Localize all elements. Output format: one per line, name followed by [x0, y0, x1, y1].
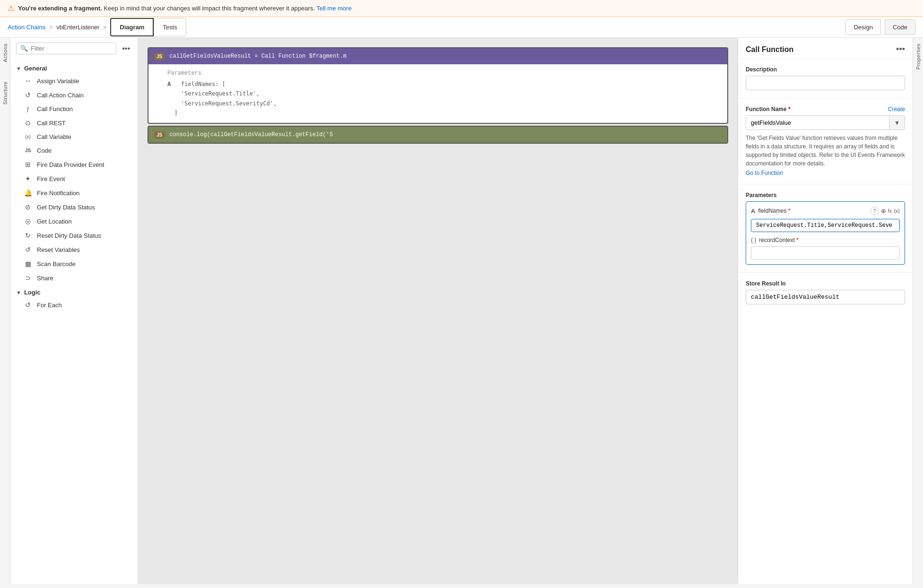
parameters-label: Parameters: [746, 192, 905, 199]
action-item-fire-notification[interactable]: 🔔 Fire Notification: [10, 186, 138, 200]
help-button[interactable]: ?: [871, 207, 879, 215]
param-recordcontext-row: { } recordContext *: [751, 237, 900, 243]
action-item-code[interactable]: JS Code: [10, 144, 138, 157]
breadcrumb-sep1: >: [49, 24, 52, 31]
fire-notification-icon: 🔔: [24, 189, 32, 197]
store-result-input[interactable]: [746, 290, 905, 304]
parameters-section: Parameters A fieldNames * ? ⊕ fx (x): [738, 185, 913, 271]
code-block-2-header: JS console.log(callGetFieldsValueResult.…: [148, 127, 727, 143]
function-name-label: Function Name * Create: [746, 106, 905, 112]
tab-tests[interactable]: Tests: [154, 18, 186, 36]
action-label: Scan Barcode: [37, 260, 76, 268]
description-input[interactable]: [746, 76, 905, 90]
action-item-reset-variables[interactable]: ↺ Reset Variables: [10, 242, 138, 257]
call-function-icon: ƒ: [24, 106, 32, 112]
warning-icon: ⚠: [8, 4, 14, 13]
description-label: Description: [746, 66, 905, 73]
action-label: Fire Notification: [37, 190, 79, 197]
panel-title: Call Function: [746, 45, 793, 54]
code-block-1[interactable]: JS callGetFieldsValueResult = Call Funct…: [148, 47, 728, 124]
fieldnames-input[interactable]: [751, 219, 900, 232]
action-item-reset-dirty[interactable]: ↻ Reset Dirty Data Status: [10, 228, 138, 242]
action-label: Reset Variables: [37, 246, 80, 253]
action-item-assign-variable[interactable]: ↔ Assign Variable: [10, 74, 138, 88]
action-label: Call Function: [37, 105, 73, 112]
code-line-2: console.log(callGetFieldsValueResult.get…: [169, 130, 333, 139]
code-block-2[interactable]: JS console.log(callGetFieldsValueResult.…: [148, 126, 728, 144]
code-line-1: callGetFieldsValueResult = Call Function…: [169, 52, 346, 61]
store-result-label: Store Result In: [746, 280, 905, 287]
go-to-function-link[interactable]: Go to Function: [746, 170, 905, 176]
general-label: General: [24, 65, 47, 72]
general-section-header[interactable]: ▼ General: [10, 61, 138, 74]
fire-event-icon: ✦: [24, 175, 32, 182]
create-link[interactable]: Create: [888, 106, 905, 112]
fieldnames-type-icon: A: [751, 208, 755, 215]
right-panel-header: Call Function •••: [738, 38, 913, 60]
action-label: Call Action Chain: [37, 92, 84, 99]
action-label: Code: [37, 147, 52, 154]
action-label: Call REST: [37, 120, 66, 127]
code-icon: JS: [24, 148, 32, 153]
action-label: Share: [37, 275, 53, 282]
header-nav: Action Chains > vbEnterListener > Diagra…: [0, 17, 923, 38]
action-label: Get Location: [37, 218, 72, 225]
action-item-for-each[interactable]: ↺ For Each: [10, 298, 138, 312]
action-item-fire-data-provider[interactable]: ⊞ Fire Data Provider Event: [10, 157, 138, 172]
panel-more-button[interactable]: •••: [896, 44, 905, 54]
param-fieldnames-row: A fieldNames * ? ⊕ fx (x): [751, 207, 900, 215]
fire-data-provider-icon: ⊞: [24, 161, 32, 168]
breadcrumb-sep2: >: [103, 24, 106, 31]
function-description: The 'Get Fields Value' function retrieve…: [746, 134, 905, 168]
reset-dirty-icon: ↻: [24, 232, 32, 239]
tell-me-more-link[interactable]: Tell me more: [316, 5, 351, 12]
action-label: Fire Event: [37, 175, 65, 182]
action-item-call-action-chain[interactable]: ↺ Call Action Chain: [10, 88, 138, 102]
params-label: Parameters: [167, 69, 722, 78]
scan-barcode-icon: ▦: [24, 260, 32, 268]
action-item-share[interactable]: ⊃ Share: [10, 271, 138, 285]
logic-section-header[interactable]: ▼ Logic: [10, 285, 138, 298]
params-box: A fieldNames * ? ⊕ fx (x) { }: [746, 201, 905, 265]
structure-label: Structure: [2, 81, 8, 104]
actions-label: Actions: [2, 43, 8, 62]
action-item-call-rest[interactable]: ⊙ Call REST: [10, 116, 138, 130]
function-name-input[interactable]: [746, 116, 889, 130]
share-icon: ⊃: [24, 274, 32, 282]
design-button[interactable]: Design: [845, 19, 880, 35]
param-a-icon: A: [167, 81, 171, 88]
action-item-get-location[interactable]: ◎ Get Location: [10, 214, 138, 228]
action-item-get-dirty[interactable]: ⊘ Get Dirty Data Status: [10, 200, 138, 214]
globe-button[interactable]: ⊕: [881, 208, 886, 215]
action-item-call-variable[interactable]: (x) Call Variable: [10, 130, 138, 144]
fieldnames-label: fieldNames *: [758, 208, 867, 214]
search-box[interactable]: 🔍: [16, 43, 116, 54]
code-params-1: Parameters A fieldNames: [ 'ServiceReque…: [148, 64, 727, 123]
right-panel: Call Function ••• Description Function N…: [738, 38, 913, 584]
action-item-scan-barcode[interactable]: ▦ Scan Barcode: [10, 257, 138, 271]
recordcontext-input[interactable]: [751, 246, 900, 259]
x-button[interactable]: (x): [894, 208, 900, 214]
reset-variables-icon: ↺: [24, 246, 32, 253]
js-badge-1: JS: [154, 53, 165, 60]
action-item-call-function[interactable]: ƒ Call Function: [10, 102, 138, 116]
tab-diagram[interactable]: Diagram: [110, 18, 154, 36]
chevron-down-icon-logic: ▼: [16, 290, 21, 295]
header-actions: Design Code: [845, 19, 915, 35]
tab-group: Diagram Tests: [110, 18, 186, 36]
breadcrumb-action-chains[interactable]: Action Chains: [8, 24, 45, 31]
action-label: Assign Variable: [37, 78, 79, 85]
assign-variable-icon: ↔: [24, 77, 32, 85]
select-arrow-button[interactable]: ▼: [889, 116, 905, 130]
more-options-button[interactable]: •••: [120, 43, 132, 54]
action-label: Get Dirty Data Status: [37, 204, 95, 211]
call-variable-icon: (x): [24, 134, 32, 139]
search-icon: 🔍: [20, 45, 28, 52]
search-input[interactable]: [31, 45, 112, 52]
get-dirty-icon: ⊘: [24, 203, 32, 211]
fx-button[interactable]: fx: [888, 208, 892, 214]
code-button[interactable]: Code: [885, 19, 915, 35]
sidebar-vert-labels: Actions Structure: [0, 38, 10, 584]
call-action-chain-icon: ↺: [24, 91, 32, 99]
action-item-fire-event[interactable]: ✦ Fire Event: [10, 172, 138, 186]
